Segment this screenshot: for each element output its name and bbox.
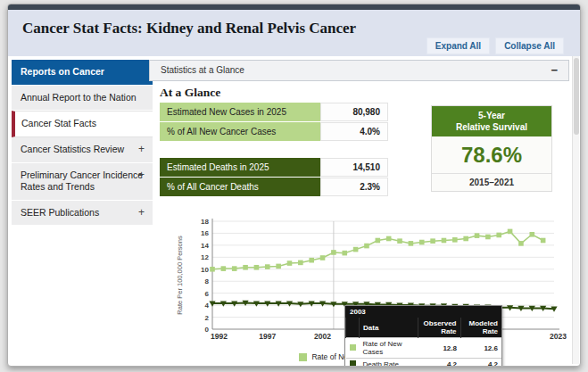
expand-plus-icon[interactable]: + <box>138 206 145 220</box>
stat-value: 14,510 <box>320 158 388 177</box>
collapse-minus-icon[interactable]: − <box>551 61 558 80</box>
accordion-statistics-at-a-glance[interactable]: Statistics at a Glance − <box>149 60 569 81</box>
tooltip-year: 2003 <box>345 306 501 318</box>
vertical-scrollbar[interactable] <box>572 56 579 364</box>
table-row: % of All New Cancer Cases 4.0% <box>160 122 388 141</box>
stat-value: 2.3% <box>320 178 388 196</box>
tooltip-modeled-value: 12.6 <box>460 338 501 359</box>
survival-period: 2015–2021 <box>432 173 551 191</box>
expand-all-button[interactable]: Expand All <box>427 37 490 54</box>
survival-card-title: 5-Year Relative Survival <box>432 106 551 136</box>
accordion-title: Statistics at a Glance <box>161 65 244 75</box>
svg-text:2: 2 <box>205 314 210 322</box>
stat-value: 80,980 <box>320 103 388 121</box>
stat-label: % of All New Cancer Cases <box>160 122 320 141</box>
page-title: Cancer Stat Facts: Kidney and Renal Pelv… <box>22 20 356 37</box>
tooltip-table: Data Observed Rate Modeled Rate Rate of … <box>345 318 501 367</box>
accordion-controls: Expand All Collapse All <box>427 37 564 54</box>
svg-text:1997: 1997 <box>259 332 276 341</box>
at-a-glance-heading: At a Glance <box>160 86 220 100</box>
svg-text:Rate Per 100,000 Persons: Rate Per 100,000 Persons <box>176 236 184 315</box>
browser-window: Cancer Stat Facts: Kidney and Renal Pelv… <box>7 4 581 367</box>
svg-text:4: 4 <box>205 302 210 310</box>
expand-plus-icon[interactable]: + <box>138 169 145 183</box>
survival-percentage: 78.6% <box>432 136 551 173</box>
tooltip-modeled-value: 4.2 <box>460 359 501 368</box>
deaths-table: Estimated Deaths in 2025 14,510 % of All… <box>160 158 388 197</box>
tooltip-swatch-header <box>346 318 360 338</box>
svg-text:0: 0 <box>205 326 210 334</box>
tooltip-row: Rate of New Cases 12.8 12.6 <box>346 338 502 359</box>
table-row: % of All Cancer Deaths 2.3% <box>160 178 388 196</box>
svg-text:8: 8 <box>205 277 210 285</box>
svg-text:6: 6 <box>205 290 210 298</box>
sidebar-item-annual-report-to-the-nation[interactable]: Annual Report to the Nation <box>12 86 153 112</box>
stat-label: Estimated Deaths in 2025 <box>160 158 320 177</box>
collapse-all-button[interactable]: Collapse All <box>495 37 564 54</box>
svg-text:10: 10 <box>201 266 209 274</box>
new-cases-square-icon <box>299 353 307 361</box>
svg-text:12: 12 <box>201 253 209 261</box>
sidebar-item-cancer-statistics-review[interactable]: Cancer Statistics Review+ <box>12 137 153 163</box>
tooltip-series-name: Rate of New Cases <box>360 338 418 359</box>
tooltip-row: Death Rate 4.2 4.2 <box>346 359 502 368</box>
stat-label: Estimated New Cases in 2025 <box>160 103 320 121</box>
scrollbar-thumb[interactable] <box>574 58 579 135</box>
sidebar-nav: Reports on CancerAnnual Report to the Na… <box>12 60 153 226</box>
chart-tooltip: 2003 Data Observed Rate Modeled Rate Rat… <box>344 305 502 367</box>
svg-text:2023: 2023 <box>550 332 567 341</box>
tooltip-col-data: Data <box>360 318 418 338</box>
new-cases-swatch-icon <box>350 344 356 351</box>
death-rate-swatch-icon <box>350 360 356 367</box>
tooltip-observed-value: 12.8 <box>418 338 460 359</box>
new-cases-table: Estimated New Cases in 2025 80,980 % of … <box>160 103 388 142</box>
sidebar-item-preliminary-cancer-incidence-rates-and-trends[interactable]: Preliminary Cancer Incidence Rates and T… <box>12 163 153 201</box>
svg-text:1992: 1992 <box>211 332 228 341</box>
svg-text:16: 16 <box>201 229 209 237</box>
tooltip-observed-value: 4.2 <box>418 359 460 368</box>
stat-label: % of All Cancer Deaths <box>160 178 320 196</box>
expand-plus-icon[interactable]: + <box>138 143 145 157</box>
svg-text:18: 18 <box>201 218 209 226</box>
sidebar-item-reports-on-cancer[interactable]: Reports on Cancer <box>12 60 153 86</box>
sidebar-item-cancer-stat-facts[interactable]: Cancer Stat Facts <box>12 111 153 137</box>
tooltip-col-observed: Observed Rate <box>418 318 460 338</box>
stat-value: 4.0% <box>320 122 388 141</box>
sidebar-item-seer-publications[interactable]: SEER Publications+ <box>12 201 153 227</box>
table-row: Estimated New Cases in 2025 80,980 <box>160 103 388 121</box>
table-row: Estimated Deaths in 2025 14,510 <box>160 158 388 177</box>
svg-text:14: 14 <box>201 242 209 250</box>
survival-card: 5-Year Relative Survival 78.6% 2015–2021 <box>431 105 552 192</box>
tooltip-col-modeled: Modeled Rate <box>460 318 501 338</box>
svg-text:2002: 2002 <box>314 332 331 341</box>
tooltip-series-name: Death Rate <box>360 359 418 368</box>
page-header: Cancer Stat Facts: Kidney and Renal Pelv… <box>8 10 580 56</box>
